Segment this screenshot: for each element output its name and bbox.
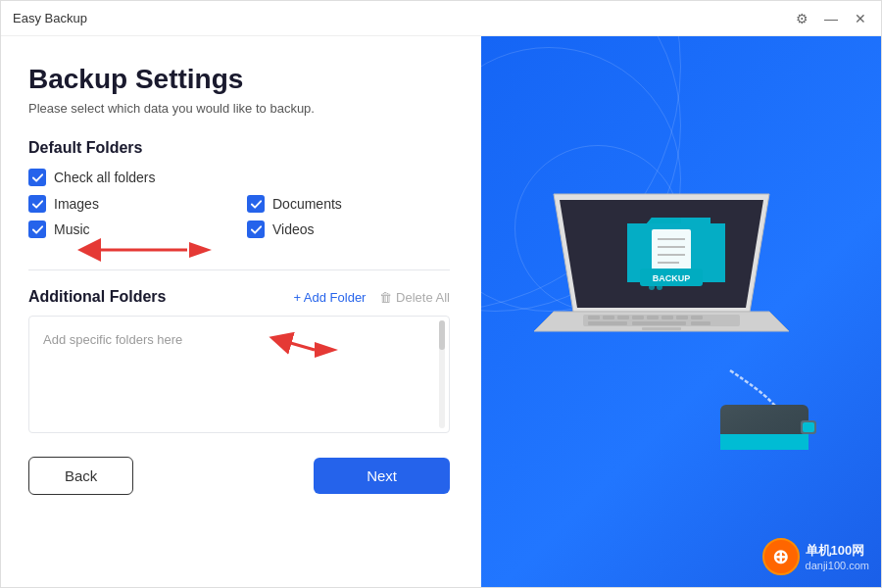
watermark-line2: danji100.com (806, 560, 869, 571)
backup-illustration: BACKUP (514, 165, 848, 459)
svg-rect-24 (662, 316, 673, 319)
watermark-line1: 单机100网 (806, 542, 869, 560)
svg-rect-22 (632, 316, 644, 319)
app-title: Easy Backup (13, 11, 793, 25)
additional-placeholder: Add specific folders here (43, 332, 182, 347)
checkbox-label-check-all: Check all folders (54, 170, 156, 185)
left-panel: Backup Settings Please select which data… (1, 36, 481, 514)
minimize-button[interactable]: — (822, 10, 840, 27)
bottom-buttons: Back Next (28, 449, 450, 495)
checkbox-videos[interactable]: Videos (247, 220, 450, 238)
svg-point-16 (657, 284, 662, 290)
default-folders-heading: Default Folders (28, 139, 450, 157)
close-button[interactable]: ✕ (852, 10, 869, 27)
next-button[interactable]: Next (314, 458, 450, 494)
scroll-thumb[interactable] (439, 320, 445, 350)
svg-rect-27 (588, 321, 627, 325)
app-window: Easy Backup ⚙ — ✕ Backup Settings Please… (0, 0, 882, 588)
content-area: Backup Settings Please select which data… (1, 36, 881, 587)
additional-folders-heading: Additional Folders (28, 288, 166, 306)
checkbox-box-images[interactable] (28, 195, 46, 213)
checkbox-label-images: Images (54, 196, 99, 212)
page-subtitle: Please select which data you would like … (28, 101, 450, 116)
folder-action-buttons: + Add Folder 🗑 Delete All (293, 290, 450, 305)
svg-rect-36 (803, 422, 814, 432)
window-controls: ⚙ — ✕ (793, 10, 869, 27)
checkbox-label-videos: Videos (272, 221, 315, 237)
watermark: ⊕ 单机100网 danji100.com (762, 538, 869, 575)
svg-rect-23 (647, 316, 659, 319)
svg-rect-25 (676, 316, 688, 319)
checkbox-images[interactable]: Images (28, 195, 231, 213)
checkbox-label-music: Music (54, 221, 90, 237)
checkbox-box-videos[interactable] (247, 220, 265, 238)
svg-rect-26 (691, 316, 703, 319)
checkbox-box-music[interactable] (28, 220, 46, 238)
add-folder-button[interactable]: + Add Folder (293, 290, 366, 305)
back-button[interactable]: Back (28, 457, 133, 495)
additional-folders-header: Additional Folders + Add Folder 🗑 Delete… (28, 288, 450, 306)
divider (28, 270, 450, 270)
settings-button[interactable]: ⚙ (793, 10, 810, 27)
delete-all-button[interactable]: 🗑 Delete All (379, 290, 450, 305)
right-panel: BACKUP (481, 36, 881, 587)
svg-text:BACKUP: BACKUP (653, 273, 691, 283)
svg-marker-7 (647, 218, 681, 223)
svg-rect-21 (617, 316, 629, 319)
svg-rect-30 (642, 327, 681, 330)
checkbox-check-all[interactable]: Check all folders (28, 169, 450, 186)
checkbox-box-check-all[interactable] (28, 169, 46, 186)
svg-rect-20 (603, 316, 614, 319)
title-bar: Easy Backup ⚙ — ✕ (1, 1, 881, 36)
svg-rect-28 (632, 321, 686, 325)
svg-point-15 (649, 284, 655, 290)
checkbox-box-documents[interactable] (247, 195, 265, 213)
additional-folders-area: Add specific folders here (28, 316, 450, 433)
page-title: Backup Settings (28, 64, 450, 95)
svg-rect-19 (588, 316, 600, 319)
svg-rect-29 (691, 321, 710, 325)
checkbox-documents[interactable]: Documents (247, 195, 450, 213)
checkbox-music[interactable]: Music (28, 220, 231, 238)
svg-rect-34 (720, 434, 808, 450)
checkbox-label-documents: Documents (272, 196, 342, 212)
scrollbar[interactable] (439, 320, 445, 428)
